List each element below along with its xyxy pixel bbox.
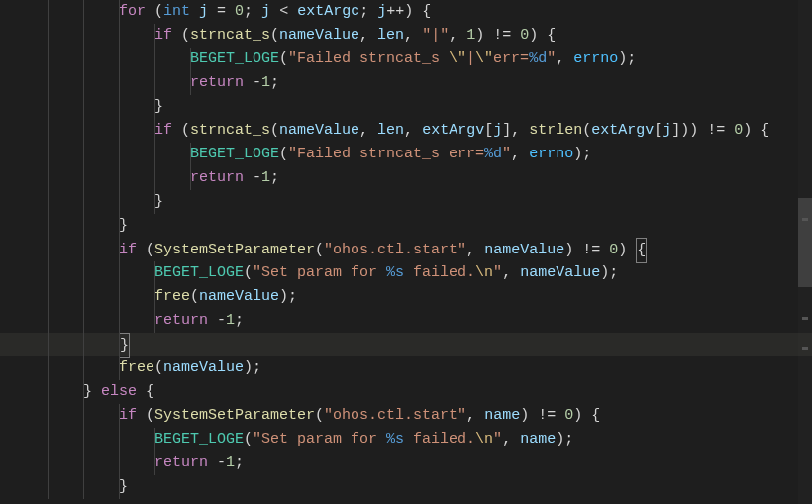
code-token: -: [217, 454, 226, 471]
indent-guide: [154, 285, 155, 309]
code-token: "ohos.ctl.start": [324, 407, 466, 424]
code-token: );: [244, 359, 261, 376]
code-token: ): [475, 27, 493, 44]
code-token: ;: [244, 3, 261, 20]
code-line[interactable]: return -1;: [0, 309, 812, 333]
code-line[interactable]: for (int j = 0; j < extArgc; j++) {: [0, 0, 812, 24]
indent-guide: [119, 24, 120, 48]
code-token: if: [154, 122, 181, 139]
code-token: (: [270, 27, 279, 44]
code-token: ;: [235, 312, 244, 329]
code-token: );: [573, 146, 591, 162]
code-token: ++: [386, 3, 404, 20]
indent-guide: [119, 238, 120, 261]
code-token: ,: [466, 407, 484, 424]
code-token: (: [154, 359, 163, 376]
indent-guide: [154, 24, 155, 48]
indent-guide: [48, 119, 49, 143]
code-line[interactable]: BEGET_LOGE("Failed strncat_s err=%d", er…: [0, 143, 812, 166]
code-token: BEGET_LOGE: [190, 146, 279, 162]
code-line[interactable]: } else {: [0, 380, 812, 404]
code-token: }: [83, 383, 101, 400]
code-line[interactable]: BEGET_LOGE("Set param for %s failed.\n",…: [0, 428, 812, 452]
code-line[interactable]: BEGET_LOGE("Set param for %s failed.\n",…: [0, 261, 812, 285]
code-token: SystemSetParameter: [154, 407, 315, 424]
indent-guide: [48, 190, 49, 214]
code-token: (: [244, 431, 253, 448]
code-token: if: [119, 242, 146, 258]
indent-guide: [154, 95, 155, 119]
indent-guide: [48, 95, 49, 119]
code-token: \n: [475, 431, 493, 448]
code-line[interactable]: return -1;: [0, 71, 812, 95]
indent-guide: [48, 475, 49, 499]
code-token: 1: [226, 312, 235, 329]
code-token: "|": [422, 27, 449, 44]
indent-guide: [83, 380, 84, 404]
code-line[interactable]: if (SystemSetParameter("ohos.ctl.start",…: [0, 404, 812, 428]
indent-guide: [83, 214, 84, 238]
indent-guide: [154, 261, 155, 285]
code-line[interactable]: free(nameValue);: [0, 285, 812, 309]
code-token: }: [154, 98, 163, 115]
code-line[interactable]: free(nameValue);: [0, 356, 812, 380]
code-token: }: [154, 193, 163, 210]
code-line[interactable]: }: [0, 333, 812, 356]
code-editor[interactable]: for (int j = 0; j < extArgc; j++) {if (s…: [0, 0, 812, 499]
code-token: failed.: [404, 431, 475, 448]
code-line[interactable]: }: [0, 475, 812, 499]
code-line[interactable]: if (strncat_s(nameValue, len, "|", 1) !=…: [0, 24, 812, 48]
code-token: BEGET_LOGE: [154, 431, 244, 448]
code-line[interactable]: if (strncat_s(nameValue, len, extArgv[j]…: [0, 119, 812, 143]
code-line[interactable]: return -1;: [0, 166, 812, 190]
indent-guide: [48, 0, 49, 24]
code-token: ): [520, 407, 538, 424]
code-token: name: [484, 407, 520, 424]
indent-guide: [119, 166, 120, 190]
scrollbar-thumb[interactable]: [798, 198, 812, 287]
code-token: -: [253, 169, 261, 186]
code-token: free: [119, 359, 154, 376]
code-token: 0: [734, 122, 743, 139]
indent-guide: [83, 428, 84, 452]
code-line[interactable]: if (SystemSetParameter("ohos.ctl.start",…: [0, 238, 812, 261]
indent-guide: [48, 166, 49, 190]
code-token: ;: [270, 74, 279, 91]
code-token: ): [564, 242, 582, 258]
code-token: ) {: [573, 407, 600, 424]
code-line[interactable]: }: [0, 214, 812, 238]
code-line[interactable]: BEGET_LOGE("Failed strncat_s \"|\"err=%d…: [0, 48, 812, 71]
code-token: );: [279, 288, 297, 305]
indent-guide: [48, 333, 49, 356]
indent-guide: [83, 0, 84, 24]
indent-guide: [83, 404, 84, 428]
indent-guide: [119, 119, 120, 143]
code-token: ,: [359, 27, 377, 44]
code-token: "Set param for: [253, 264, 386, 281]
code-token: SystemSetParameter: [154, 242, 315, 258]
indent-guide: [119, 261, 120, 285]
code-line[interactable]: return -1;: [0, 452, 812, 475]
code-token: ,: [466, 242, 484, 258]
scrollbar-mark: [802, 218, 808, 221]
indent-guide: [190, 143, 191, 166]
indent-guide: [83, 475, 84, 499]
code-token: "Failed strncat_s err=: [288, 146, 484, 162]
code-token: ) {: [529, 27, 556, 44]
code-token: j: [199, 3, 208, 20]
indent-guide: [190, 166, 191, 190]
vertical-scrollbar[interactable]: [798, 0, 812, 504]
indent-guide: [48, 285, 49, 309]
code-token: 0: [609, 242, 618, 258]
code-token: [: [484, 122, 493, 139]
code-line[interactable]: }: [0, 95, 812, 119]
code-line[interactable]: }: [0, 190, 812, 214]
code-token: ,: [404, 122, 422, 139]
code-token: (: [190, 288, 199, 305]
code-token: errno: [573, 50, 618, 67]
code-token: }: [119, 333, 130, 358]
code-token: \": [475, 50, 493, 67]
indent-guide: [48, 356, 49, 380]
indent-guide: [83, 143, 84, 166]
code-token: ;: [235, 454, 244, 471]
